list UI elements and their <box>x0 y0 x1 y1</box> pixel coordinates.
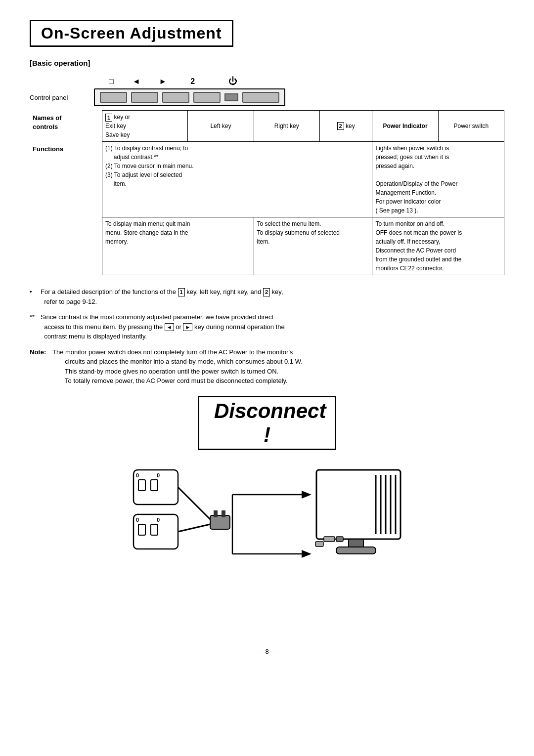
page-number: — 8 — <box>30 648 504 655</box>
svg-text:0: 0 <box>136 517 139 523</box>
right-key-inline: ► <box>183 323 192 331</box>
names-row: Names ofcontrols 1 key orExit keySave ke… <box>30 111 504 142</box>
control-panel-label: Control panel <box>30 94 94 101</box>
icon-power: ⏻ <box>228 76 237 86</box>
left-key-inline: ◄ <box>165 323 174 331</box>
cp-btn-1 <box>100 92 127 103</box>
cp-btn-sm <box>224 93 238 101</box>
svg-rect-9 <box>151 524 158 535</box>
bullet1-text: For a detailed description of the functi… <box>41 287 504 306</box>
power-switch-cell: Power switch <box>438 111 504 142</box>
page-title-box: On-Screen Adjustment <box>30 20 233 47</box>
bottom-row: To display main menu; quit main menu. St… <box>30 217 504 275</box>
disconnect-title: Disconnect ! <box>214 399 326 446</box>
bullet2-text: Since contrast is the most commonly adju… <box>41 312 504 341</box>
icon-2: 2 <box>190 77 195 86</box>
key1-cell: 1 key orExit keySave key <box>102 111 188 142</box>
svg-rect-27 <box>336 547 376 554</box>
disconnect-section: Disconnect ! 0 0 0 0 <box>30 396 504 633</box>
functions-label: Functions <box>30 142 102 217</box>
bottom-power-cell: To turn monitor on and off. OFF does not… <box>372 217 504 275</box>
cp-btn-4 <box>193 92 221 103</box>
bottom-select-text: To select the menu item. To display subm… <box>257 220 340 245</box>
notes-section: • For a detailed description of the func… <box>30 287 504 386</box>
left-key-label: Left key <box>210 123 231 129</box>
diagram-table: Names ofcontrols 1 key orExit keySave ke… <box>30 110 504 275</box>
names-label: Names ofcontrols <box>30 111 102 142</box>
svg-rect-4 <box>151 480 158 491</box>
svg-rect-14 <box>222 510 225 517</box>
note-bullet1: • For a detailed description of the func… <box>30 287 504 306</box>
key2-inline: 2 <box>263 288 270 296</box>
note-text: The monitor power switch does not comple… <box>52 347 504 386</box>
key2-label: 2 key <box>337 123 355 129</box>
svg-rect-30 <box>315 542 323 546</box>
cp-btn-2 <box>131 92 158 103</box>
bottom-power-text: To turn monitor on and off. OFF does not… <box>375 220 462 272</box>
right-key-cell: Right key <box>254 111 319 142</box>
bottom-keys-text: To display main menu; quit main menu. St… <box>105 220 190 245</box>
note-main: Note: The monitor power switch does not … <box>30 347 504 386</box>
svg-rect-26 <box>349 539 363 547</box>
svg-marker-18 <box>302 550 312 558</box>
svg-rect-20 <box>316 470 400 539</box>
keys-function-cell: (1) To display contrast menu; to adjust … <box>102 142 372 217</box>
note-bullet2: ** Since contrast is the most commonly a… <box>30 312 504 341</box>
icons-row: □ ◄ ► 2 ⏻ <box>94 76 504 86</box>
bullet2-symbol: ** <box>30 312 38 322</box>
power-indicator-cell: Power Indicator <box>372 111 438 142</box>
cp-btn-3 <box>162 92 189 103</box>
power-switch-label: Power switch <box>453 123 489 129</box>
note-prefix: Note: <box>30 347 49 357</box>
section-heading: [Basic operation] <box>30 59 504 67</box>
icon-left: ◄ <box>133 77 140 86</box>
key1-inline: 1 <box>178 288 185 296</box>
svg-rect-12 <box>210 515 230 529</box>
right-key-label: Right key <box>274 123 299 129</box>
svg-rect-3 <box>138 480 145 491</box>
functions-row: Functions (1) To display contrast menu; … <box>30 142 504 217</box>
svg-rect-28 <box>324 537 335 542</box>
icon-menu: □ <box>109 77 114 86</box>
svg-text:0: 0 <box>157 472 160 478</box>
left-key-cell: Left key <box>188 111 254 142</box>
svg-text:0: 0 <box>136 472 139 478</box>
key1-label: 1 key orExit keySave key <box>105 114 130 138</box>
svg-line-10 <box>178 487 210 519</box>
key2-cell: 2 key <box>319 111 372 142</box>
disconnect-illustration: 0 0 0 0 <box>124 455 410 633</box>
icon-right: ► <box>159 77 167 86</box>
svg-marker-16 <box>302 491 312 499</box>
svg-text:0: 0 <box>157 517 160 523</box>
power-indicator-label: Power Indicator <box>383 123 428 129</box>
diagram-area: □ ◄ ► 2 ⏻ Control panel Names ofcontrols… <box>30 76 504 275</box>
page-title: On-Screen Adjustment <box>41 24 222 42</box>
bottom-select-cell: To select the menu item. To display subm… <box>254 217 372 275</box>
disconnect-box: Disconnect ! <box>198 396 336 450</box>
svg-rect-29 <box>336 537 343 542</box>
keys-function-text: (1) To display contrast menu; to adjust … <box>105 145 194 187</box>
bottom-label-empty <box>30 217 102 275</box>
cp-btn-lg <box>242 92 279 103</box>
svg-rect-13 <box>214 510 218 517</box>
power-function-text: Lights when power switch is pressed; goe… <box>375 145 457 214</box>
control-panel-row: Control panel <box>30 88 504 106</box>
bullet1-symbol: • <box>30 287 38 297</box>
bottom-keys-cell: To display main menu; quit main menu. St… <box>102 217 254 275</box>
control-panel-box <box>94 88 285 106</box>
svg-rect-8 <box>138 524 145 535</box>
svg-line-11 <box>178 524 210 532</box>
power-function-cell: Lights when power switch is pressed; goe… <box>372 142 504 217</box>
